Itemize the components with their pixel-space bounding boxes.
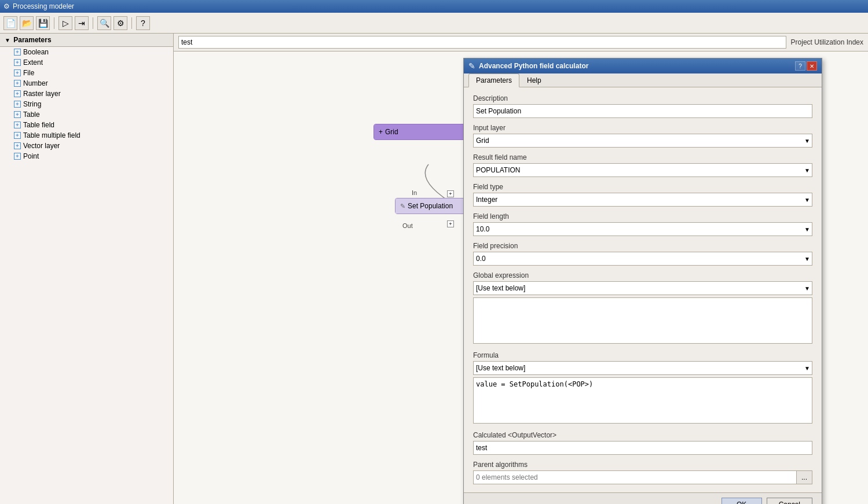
export-button[interactable]: ⇥ <box>75 16 89 30</box>
formula-select-wrapper: [Use text below] ▼ <box>473 361 812 375</box>
plus-icon-table-multi: + <box>14 132 21 139</box>
tab-help[interactable]: Help <box>519 73 549 87</box>
dialog-tabs: Parameters Help <box>464 73 822 87</box>
param-vector-layer[interactable]: + Vector layer <box>0 141 173 151</box>
plus-icon-boolean: + <box>14 49 21 56</box>
calculated-row: Calculated <OutputVector> <box>473 431 812 455</box>
project-label: Project Utilization Index <box>791 38 863 46</box>
cancel-button[interactable]: Cancel <box>767 498 812 504</box>
plus-icon-file: + <box>14 69 21 76</box>
expand-arrow: ▼ <box>5 37 10 43</box>
toolbar-separator-3 <box>131 17 132 29</box>
param-table-multiple-field[interactable]: + Table multiple field <box>0 130 173 141</box>
param-extent[interactable]: + Extent <box>0 57 173 68</box>
advanced-python-dialog[interactable]: ✎ Advanced Python field calculator ? ✕ P… <box>463 58 822 504</box>
global-expression-select[interactable]: [Use text below] <box>473 281 812 295</box>
field-length-row: Field length 10.0 ▼ <box>473 212 812 236</box>
dialog-title-buttons: ? ✕ <box>795 61 817 71</box>
help-button[interactable]: ? <box>136 16 150 30</box>
grid-block-label: Grid <box>385 128 398 136</box>
out-port-label: Out <box>402 222 413 229</box>
parent-algorithms-browse-btn[interactable]: ... <box>797 470 812 484</box>
param-string[interactable]: + String <box>0 99 173 109</box>
tab-parameters[interactable]: Parameters <box>468 73 519 87</box>
formula-select[interactable]: [Use text below] <box>473 361 812 375</box>
plus-icon-table-field: + <box>14 122 21 128</box>
param-raster-layer[interactable]: + Raster layer <box>0 89 173 99</box>
description-input[interactable] <box>473 104 812 118</box>
plus-icon-table: + <box>14 111 21 118</box>
grid-block-title: + Grid <box>379 128 398 136</box>
toolbar-separator-2 <box>93 17 93 29</box>
result-field-wrapper: POPULATION ▼ <box>473 163 812 177</box>
calculated-label: Calculated <OutputVector> <box>473 431 812 439</box>
param-table-field[interactable]: + Table field <box>0 120 173 130</box>
parent-algorithms-input[interactable] <box>473 470 797 484</box>
parent-algorithms-row: Parent algorithms ... <box>473 461 812 484</box>
dialog-close-btn[interactable]: ✕ <box>807 61 817 71</box>
ok-button[interactable]: OK <box>721 498 762 504</box>
field-length-wrapper: 10.0 ▼ <box>473 222 812 236</box>
input-layer-label: Input layer <box>473 124 812 132</box>
in-port[interactable]: + <box>447 190 454 197</box>
dialog-buttons: OK Cancel <box>464 492 822 504</box>
result-field-label: Result field name <box>473 153 812 161</box>
field-type-label: Field type <box>473 183 812 191</box>
input-layer-wrapper: Grid ▼ <box>473 134 812 148</box>
plus-icon-extent: + <box>14 59 21 66</box>
dialog-help-btn[interactable]: ? <box>795 61 805 71</box>
description-label: Description <box>473 94 812 102</box>
input-layer-row: Input layer Grid ▼ <box>473 124 812 148</box>
result-field-row: Result field name POPULATION ▼ <box>473 153 812 177</box>
global-expression-textarea[interactable] <box>473 297 812 344</box>
dialog-title-left: ✎ Advanced Python field calculator <box>468 61 588 71</box>
param-number[interactable]: + Number <box>0 78 173 89</box>
title-bar-text: Processing modeler <box>13 2 74 10</box>
field-length-select[interactable]: 10.0 <box>473 222 812 236</box>
param-point-label: Point <box>23 152 39 160</box>
param-extent-label: Extent <box>23 58 43 67</box>
param-raster-label: Raster layer <box>23 90 61 98</box>
plus-icon-number: + <box>14 80 21 87</box>
app-icon: ⚙ <box>3 2 10 10</box>
formula-label: Formula <box>473 351 812 359</box>
run-button[interactable]: ▷ <box>58 16 72 30</box>
field-type-select[interactable]: Integer <box>473 193 812 207</box>
new-button[interactable]: 📄 <box>3 16 17 30</box>
save-button[interactable]: 💾 <box>36 16 50 30</box>
param-table-multi-label: Table multiple field <box>23 131 80 139</box>
model-name-input[interactable] <box>178 36 786 49</box>
param-table-label: Table <box>23 111 40 119</box>
param-file-label: File <box>23 69 34 77</box>
parent-algo-row: ... <box>473 470 812 484</box>
param-vector-label: Vector layer <box>23 142 60 150</box>
calculated-input[interactable] <box>473 441 812 455</box>
param-boolean[interactable]: + Boolean <box>0 47 173 57</box>
description-row: Description <box>473 94 812 118</box>
canvas-header: Project Utilization Index <box>174 34 868 51</box>
setpop-block-label: Set Population <box>408 202 453 210</box>
setpop-block-title: ✎ Set Population <box>400 202 453 210</box>
input-layer-select[interactable]: Grid <box>473 134 812 148</box>
zoom-button[interactable]: 🔍 <box>97 16 111 30</box>
formula-textarea[interactable]: value = SetPopulation(<POP>) <box>473 377 812 424</box>
global-expression-select-wrapper: [Use text below] ▼ <box>473 281 812 295</box>
param-file[interactable]: + File <box>0 68 173 78</box>
dialog-title-text: Advanced Python field calculator <box>479 62 588 70</box>
param-point[interactable]: + Point <box>0 151 173 161</box>
panel-title: Parameters <box>13 36 51 44</box>
plus-icon-raster: + <box>14 90 21 97</box>
settings-button[interactable]: ⚙ <box>113 16 127 30</box>
field-precision-select[interactable]: 0.0 <box>473 252 812 266</box>
field-type-row: Field type Integer ▼ <box>473 183 812 207</box>
plus-icon-point: + <box>14 153 21 160</box>
out-port[interactable]: + <box>447 220 454 227</box>
param-table[interactable]: + Table <box>0 109 173 120</box>
panel-header: ▼ Parameters <box>0 34 173 47</box>
open-button[interactable]: 📂 <box>20 16 34 30</box>
result-field-select[interactable]: POPULATION <box>473 163 812 177</box>
plus-icon-vector: + <box>14 142 21 149</box>
param-table-field-label: Table field <box>23 121 54 129</box>
left-panel: ▼ Parameters + Boolean + Extent + File +… <box>0 34 174 504</box>
toolbar: 📄 📂 💾 ▷ ⇥ 🔍 ⚙ ? <box>0 13 868 34</box>
